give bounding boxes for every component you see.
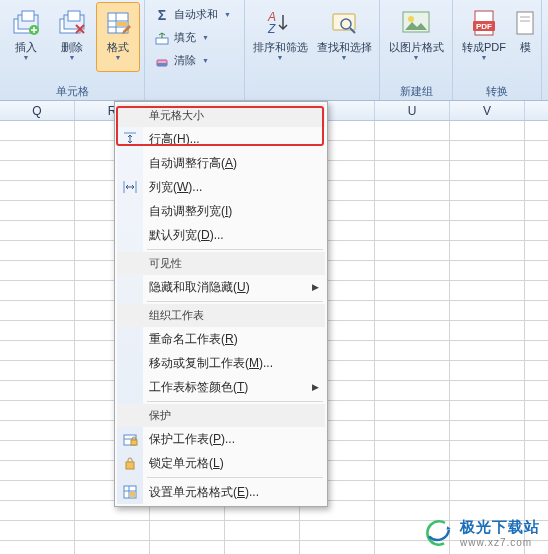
autosum-button[interactable]: Σ 自动求和 ▼ (149, 4, 240, 25)
chevron-down-icon: ▼ (202, 34, 209, 41)
watermark-url: www.xz7.com (460, 537, 540, 548)
chevron-down-icon: ▼ (277, 54, 284, 61)
delete-icon (56, 7, 88, 39)
menu-rename-sheet[interactable]: 重命名工作表(R) (117, 327, 325, 351)
template-icon (509, 7, 541, 39)
chevron-right-icon: ▶ (312, 382, 319, 392)
protect-sheet-icon (122, 431, 138, 447)
chevron-down-icon: ▼ (413, 54, 420, 61)
chevron-down-icon: ▼ (481, 54, 488, 61)
svg-rect-35 (126, 462, 134, 469)
clear-button[interactable]: 清除 ▼ (149, 50, 240, 71)
menu-tab-color[interactable]: 工作表标签颜色(T)▶ (117, 375, 325, 399)
chevron-down-icon: ▼ (341, 54, 348, 61)
menu-sep (147, 301, 323, 302)
svg-rect-11 (117, 22, 127, 26)
menu-lock-cell[interactable]: 锁定单元格(L) (117, 451, 325, 475)
svg-rect-6 (68, 11, 80, 21)
svg-point-21 (408, 16, 414, 22)
group-editing: Σ 自动求和 ▼ 填充 ▼ 清除 ▼ (145, 0, 245, 100)
chevron-down-icon: ▼ (202, 57, 209, 64)
format-icon (102, 7, 134, 39)
insert-icon (10, 7, 42, 39)
watermark: 极光下载站 www.xz7.com (422, 518, 540, 548)
svg-text:PDF: PDF (476, 22, 492, 31)
pic-format-button[interactable]: 以图片格式 ▼ (384, 2, 448, 72)
menu-autofit-row[interactable]: 自动调整行高(A) (117, 151, 325, 175)
group-label-new: 新建组 (384, 82, 448, 100)
format-button[interactable]: 格式 ▼ (96, 2, 140, 72)
chevron-right-icon: ▶ (312, 282, 319, 292)
row-height-icon (122, 131, 138, 147)
group-sort: AZ 排序和筛选 ▼ 查找和选择 ▼ (245, 0, 380, 100)
menu-protect-sheet[interactable]: 保护工作表(P)... (117, 427, 325, 451)
svg-rect-34 (131, 440, 137, 445)
format-cells-icon (122, 484, 138, 500)
template-button[interactable]: 模 (513, 2, 537, 72)
sigma-icon: Σ (154, 7, 170, 23)
chevron-down-icon: ▼ (69, 54, 76, 61)
menu-autofit-col[interactable]: 自动调整列宽(I) (117, 199, 325, 223)
fill-icon (154, 30, 170, 46)
svg-rect-12 (156, 38, 168, 44)
menu-cell-format[interactable]: 设置单元格格式(E)... (117, 480, 325, 504)
svg-rect-2 (22, 11, 34, 21)
chevron-down-icon: ▼ (115, 54, 122, 61)
menu-default-width[interactable]: 默认列宽(D)... (117, 223, 325, 247)
insert-button[interactable]: 插入 ▼ (4, 2, 48, 72)
menu-sep (147, 401, 323, 402)
find-select-button[interactable]: 查找和选择 ▼ (313, 2, 375, 72)
lock-icon (122, 455, 138, 471)
ribbon: 插入 ▼ 删除 ▼ 格式 ▼ 单元格 Σ (0, 0, 548, 101)
to-pdf-button[interactable]: PDF 转成PDF ▼ (457, 2, 511, 72)
menu-col-width[interactable]: 列宽(W)... (117, 175, 325, 199)
menu-header-protect: 保护 (117, 404, 325, 427)
sort-icon: AZ (264, 7, 296, 39)
col-header[interactable]: V (450, 101, 525, 120)
group-cells: 插入 ▼ 删除 ▼ 格式 ▼ 单元格 (0, 0, 145, 100)
chevron-down-icon: ▼ (23, 54, 30, 61)
menu-row-height[interactable]: 行高(H)... (117, 127, 325, 151)
group-convert: PDF 转成PDF ▼ 模 转换 (453, 0, 542, 100)
watermark-title: 极光下载站 (460, 518, 540, 537)
svg-rect-17 (333, 14, 355, 30)
menu-move-copy-sheet[interactable]: 移动或复制工作表(M)... (117, 351, 325, 375)
picture-icon (400, 7, 432, 39)
col-header[interactable]: W (525, 101, 548, 120)
chevron-down-icon: ▼ (224, 11, 231, 18)
watermark-logo (422, 518, 456, 548)
svg-text:Z: Z (267, 22, 276, 36)
menu-hide-unhide[interactable]: 隐藏和取消隐藏(U)▶ (117, 275, 325, 299)
fill-button[interactable]: 填充 ▼ (149, 27, 240, 48)
menu-sep (147, 477, 323, 478)
eraser-icon (154, 53, 170, 69)
group-new: 以图片格式 ▼ 新建组 (380, 0, 453, 100)
find-icon (328, 7, 360, 39)
menu-header-org: 组织工作表 (117, 304, 325, 327)
pdf-icon: PDF (468, 7, 500, 39)
delete-button[interactable]: 删除 ▼ (50, 2, 94, 72)
format-dropdown-menu: 单元格大小 行高(H)... 自动调整行高(A) 列宽(W)... 自动调整列宽… (114, 101, 328, 507)
sort-filter-button[interactable]: AZ 排序和筛选 ▼ (249, 2, 311, 72)
col-header[interactable]: Q (0, 101, 75, 120)
col-width-icon (122, 179, 138, 195)
menu-header-vis: 可见性 (117, 252, 325, 275)
menu-sep (147, 249, 323, 250)
group-label-convert: 转换 (457, 82, 537, 100)
menu-header-size: 单元格大小 (117, 104, 325, 127)
group-label-cells: 单元格 (4, 82, 140, 100)
svg-rect-25 (517, 12, 533, 34)
svg-rect-14 (157, 63, 167, 66)
col-header[interactable]: U (375, 101, 450, 120)
svg-rect-39 (130, 492, 135, 497)
